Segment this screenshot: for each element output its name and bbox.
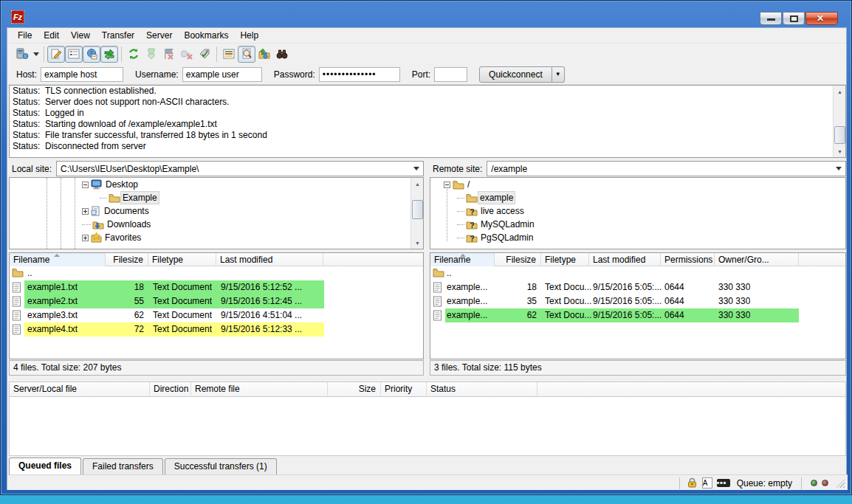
column-header-filetype[interactable]: Filetype <box>148 253 216 266</box>
process-queue-button[interactable] <box>142 46 160 63</box>
column-header-lastmodified[interactable]: Last modified <box>216 253 323 266</box>
scroll-up-icon[interactable]: ▲ <box>834 86 845 97</box>
scroll-down-icon[interactable]: ▼ <box>412 237 423 249</box>
tab-failed-transfers[interactable]: Failed transfers <box>83 458 163 474</box>
remote-directory-tree[interactable]: / example ? live access ? MySQLadmin ? P… <box>430 177 846 249</box>
expand-icon[interactable] <box>82 235 89 241</box>
menu-view[interactable]: View <box>65 29 96 42</box>
password-input[interactable] <box>319 67 400 82</box>
local-tree-scrollbar[interactable]: ▲ ▼ <box>410 178 423 249</box>
local-directory-tree[interactable]: Desktop Example Documents Downloads Favo <box>9 177 424 249</box>
folder-icon <box>433 268 444 277</box>
column-header-direction[interactable]: Direction <box>150 382 191 396</box>
local-file-list[interactable]: Filename Filesize Filetype Last modified… <box>9 252 424 359</box>
column-header-lastmodified[interactable]: Last modified <box>589 253 661 266</box>
file-row[interactable]: example2.txt 55 Text Document 9/15/2016 … <box>10 294 423 308</box>
tree-item-label: Downloads <box>104 218 151 231</box>
tree-item-pgsqladmin[interactable]: ? PgSQLadmin <box>430 231 845 244</box>
toggle-transfer-queue-button[interactable] <box>100 46 118 63</box>
column-header-owner[interactable]: Owner/Gro... <box>715 253 799 266</box>
scroll-up-icon[interactable]: ▲ <box>412 178 423 190</box>
tree-item-mysqladmin[interactable]: ? MySQLadmin <box>430 218 845 231</box>
disconnect-button[interactable] <box>178 46 196 63</box>
toggle-local-tree-button[interactable] <box>65 46 83 63</box>
site-manager-button[interactable] <box>13 46 31 63</box>
menu-transfer[interactable]: Transfer <box>96 29 140 42</box>
menu-file[interactable]: File <box>12 29 38 42</box>
remote-file-list[interactable]: Filename Filesize Filetype Last modified… <box>430 252 846 359</box>
column-header-filesize[interactable]: Filesize <box>106 253 148 266</box>
directory-comparison-button[interactable] <box>238 46 255 63</box>
filename-cell: example2.txt <box>27 294 78 308</box>
synchronized-browsing-button[interactable] <box>255 46 273 63</box>
log-scrollbar[interactable]: ▲ ▼ <box>833 86 845 157</box>
tls-lock-icon[interactable] <box>687 477 698 489</box>
file-row[interactable]: example3.txt 62 Text Document 9/15/2016 … <box>10 308 423 322</box>
tree-item-example-remote[interactable]: example <box>430 191 845 204</box>
menu-server[interactable]: Server <box>140 29 178 42</box>
tree-item-root[interactable]: / <box>430 178 845 191</box>
column-header-filetype[interactable]: Filetype <box>541 253 589 266</box>
file-row[interactable]: example4.txt 72 Text Document 9/15/2016 … <box>10 322 423 336</box>
minimize-button[interactable] <box>760 12 782 25</box>
close-button[interactable]: ✕ <box>805 12 838 25</box>
directory-listing-filters-button[interactable] <box>220 46 238 63</box>
chevron-down-icon[interactable] <box>413 167 419 170</box>
tree-item-desktop[interactable]: Desktop <box>10 178 423 191</box>
tree-item-documents[interactable]: Documents <box>10 204 423 218</box>
resize-grip[interactable] <box>836 479 845 488</box>
expand-icon[interactable] <box>82 208 89 215</box>
column-header-blank <box>799 253 845 266</box>
file-row[interactable]: example... 18 Text Docu... 9/15/2016 5:0… <box>430 280 845 294</box>
message-log[interactable]: Status:TLS connection established. Statu… <box>9 85 846 158</box>
tab-successful-transfers[interactable]: Successful transfers (1) <box>165 458 277 474</box>
host-input[interactable] <box>41 67 123 82</box>
column-header-serverlocal[interactable]: Server/Local file <box>10 382 150 396</box>
column-header-priority[interactable]: Priority <box>381 382 427 396</box>
port-input[interactable] <box>434 67 467 82</box>
refresh-button[interactable] <box>125 46 142 63</box>
find-files-button[interactable] <box>273 46 291 63</box>
menu-bookmarks[interactable]: Bookmarks <box>178 29 234 42</box>
maximize-button[interactable] <box>783 12 805 25</box>
menu-edit[interactable]: Edit <box>38 29 65 42</box>
column-header-remotefile[interactable]: Remote file <box>191 382 328 396</box>
queue-body[interactable] <box>9 397 846 456</box>
tree-item-live-access[interactable]: ? live access <box>430 204 845 218</box>
scroll-down-icon[interactable]: ▼ <box>834 145 845 157</box>
file-row-up[interactable]: .. <box>10 266 423 280</box>
collapse-icon[interactable] <box>444 182 450 188</box>
scroll-thumb[interactable] <box>412 200 423 219</box>
chevron-down-icon[interactable] <box>836 167 842 170</box>
reconnect-button[interactable] <box>196 46 213 63</box>
scroll-thumb[interactable] <box>834 126 845 144</box>
menu-help[interactable]: Help <box>234 29 264 42</box>
toggle-remote-tree-button[interactable] <box>83 46 100 63</box>
toggle-message-log-button[interactable] <box>47 46 65 63</box>
username-input[interactable] <box>182 67 262 82</box>
tree-item-downloads[interactable]: Downloads <box>10 218 423 231</box>
column-header-filesize[interactable]: Filesize <box>495 253 541 266</box>
transfer-type-ascii-icon[interactable]: A <box>702 477 712 489</box>
column-header-filename[interactable]: Filename <box>430 253 495 266</box>
column-header-permissions[interactable]: Permissions <box>661 253 715 266</box>
tree-item-example[interactable]: Example <box>10 191 423 204</box>
file-row[interactable]: example... 62 Text Docu... 9/15/2016 5:0… <box>430 308 845 322</box>
column-header-size[interactable]: Size <box>328 382 381 396</box>
local-site-combobox[interactable]: C:\Users\IEUser\Desktop\Example\ <box>56 161 424 176</box>
file-row-up[interactable]: .. <box>430 266 845 280</box>
quickconnect-button[interactable]: Quickconnect <box>479 66 552 83</box>
column-header-status[interactable]: Status <box>427 382 537 396</box>
cancel-button[interactable] <box>160 46 178 63</box>
column-header-filename[interactable]: Filename <box>10 253 106 266</box>
collapse-icon[interactable] <box>82 182 89 188</box>
site-manager-dropdown[interactable] <box>31 46 41 63</box>
tree-connector <box>100 198 107 199</box>
quickconnect-dropdown[interactable]: ▼ <box>552 66 565 83</box>
tree-item-favorites[interactable]: Favorites <box>10 231 423 244</box>
file-row[interactable]: example1.txt 18 Text Document 9/15/2016 … <box>10 280 423 294</box>
speed-limit-icon[interactable]: ■■■ <box>717 479 730 487</box>
remote-site-combobox[interactable]: /example <box>487 161 846 176</box>
tab-queued-files[interactable]: Queued files <box>9 458 81 474</box>
file-row[interactable]: example... 35 Text Docu... 9/15/2016 5:0… <box>430 294 845 308</box>
